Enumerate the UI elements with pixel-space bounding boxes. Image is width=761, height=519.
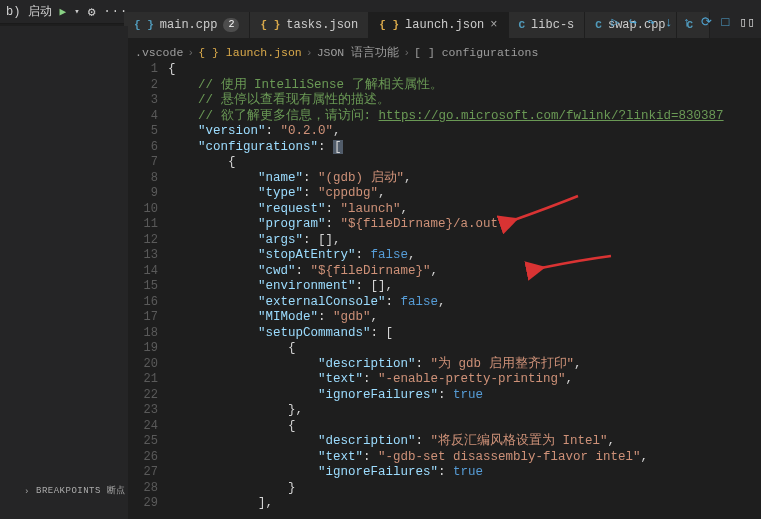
c-file-icon: C — [595, 19, 602, 31]
code-line[interactable]: "setupCommands": [ — [168, 326, 724, 342]
line-number: 12 — [128, 233, 158, 249]
chevron-right-icon: › — [403, 46, 410, 59]
braces-icon: { } — [379, 19, 399, 31]
line-number: 1 — [128, 62, 158, 78]
code-line[interactable]: "MIMode": "gdb", — [168, 310, 724, 326]
split-icon[interactable]: ▯▯ — [739, 14, 755, 30]
chevron-right-icon: › — [187, 46, 194, 59]
line-number: 5 — [128, 124, 158, 140]
code-line[interactable]: { — [168, 155, 724, 171]
c-file-icon: C — [519, 19, 526, 31]
code-content[interactable]: { // 使用 IntelliSense 了解相关属性。 // 悬停以查看现有属… — [168, 60, 724, 519]
code-line[interactable]: "description": "将反汇编风格设置为 Intel", — [168, 434, 724, 450]
chevron-right-icon[interactable]: › — [24, 487, 29, 497]
code-line[interactable]: "environment": [], — [168, 279, 724, 295]
code-line[interactable]: "request": "launch", — [168, 202, 724, 218]
line-number: 13 — [128, 248, 158, 264]
code-line[interactable]: "configurations": [ — [168, 140, 724, 156]
code-line[interactable]: "externalConsole": false, — [168, 295, 724, 311]
code-line[interactable]: "cwd": "${fileDirname}", — [168, 264, 724, 280]
upload-icon[interactable]: ↑ — [683, 15, 691, 30]
code-line[interactable]: "program": "${fileDirname}/a.out", — [168, 217, 724, 233]
breakpoints-section[interactable]: BREAKPOINTS 断点 — [36, 484, 126, 497]
line-gutter: 1234567891011121314151617181920212223242… — [128, 60, 168, 519]
line-number: 22 — [128, 388, 158, 404]
code-line[interactable]: // 欲了解更多信息，请访问: https://go.microsoft.com… — [168, 109, 724, 125]
line-number: 25 — [128, 434, 158, 450]
code-line[interactable]: "version": "0.2.0", — [168, 124, 724, 140]
code-line[interactable]: "text": "-enable-pretty-printing", — [168, 372, 724, 388]
line-number: 11 — [128, 217, 158, 233]
tab-libc-s[interactable]: Clibc-s — [509, 12, 586, 38]
line-number: 15 — [128, 279, 158, 295]
tab-label: main.cpp — [160, 18, 218, 32]
tab-badge: 2 — [223, 18, 239, 32]
breadcrumb-part[interactable]: .vscode — [135, 46, 183, 59]
line-number: 23 — [128, 403, 158, 419]
breadcrumb-part[interactable]: [ ] configurations — [414, 46, 538, 59]
line-number: 18 — [128, 326, 158, 342]
line-number: 26 — [128, 450, 158, 466]
code-line[interactable]: "args": [], — [168, 233, 724, 249]
restart-icon[interactable]: ⟳ — [701, 14, 712, 30]
tab-launch.json[interactable]: { }launch.json× — [369, 12, 508, 38]
code-line[interactable]: "name": "(gdb) 启动", — [168, 171, 724, 187]
code-line[interactable]: } — [168, 481, 724, 497]
tab-label: tasks.json — [286, 18, 358, 32]
line-number: 16 — [128, 295, 158, 311]
download-icon[interactable]: ↓ — [665, 15, 673, 30]
code-line[interactable]: { — [168, 341, 724, 357]
close-icon[interactable]: × — [490, 18, 497, 32]
breadcrumb-part[interactable]: { } launch.json — [198, 46, 302, 59]
arrow-right-icon[interactable]: ↪ — [629, 14, 637, 30]
breadcrumb-part[interactable]: JSON 语言功能 — [317, 45, 400, 60]
breadcrumb[interactable]: .vscode › { } launch.json › JSON 语言功能 › … — [131, 42, 538, 62]
code-line[interactable]: ], — [168, 496, 724, 512]
chevron-right-icon: › — [306, 46, 313, 59]
line-number: 24 — [128, 419, 158, 435]
line-number: 7 — [128, 155, 158, 171]
side-panel: › BREAKPOINTS 断点 — [0, 26, 128, 519]
line-number: 10 — [128, 202, 158, 218]
line-number: 4 — [128, 109, 158, 125]
line-number: 3 — [128, 93, 158, 109]
code-line[interactable]: "stopAtEntry": false, — [168, 248, 724, 264]
tab-tasks.json[interactable]: { }tasks.json — [250, 12, 369, 38]
run-icon[interactable]: ▷ — [611, 14, 619, 30]
line-number: 14 — [128, 264, 158, 280]
code-line[interactable]: // 使用 IntelliSense 了解相关属性。 — [168, 78, 724, 94]
line-number: 17 — [128, 310, 158, 326]
code-line[interactable]: { — [168, 419, 724, 435]
run-label: b) 启动 — [6, 3, 52, 20]
editor-actions: ▷ ↪ ↷ ↓ ↑ ⟳ □ ▯▯ — [611, 14, 755, 30]
chevron-down-icon[interactable]: ▾ — [74, 6, 79, 17]
play-icon[interactable]: ▶ — [60, 5, 67, 18]
braces-icon: { } — [134, 19, 154, 31]
tab-label: libc-s — [531, 18, 574, 32]
braces-icon: { } — [260, 19, 280, 31]
gear-icon[interactable]: ⚙ — [88, 4, 96, 20]
line-number: 20 — [128, 357, 158, 373]
code-line[interactable]: "ignoreFailures": true — [168, 388, 724, 404]
code-line[interactable]: "ignoreFailures": true — [168, 465, 724, 481]
code-line[interactable]: "description": "为 gdb 启用整齐打印", — [168, 357, 724, 373]
line-number: 9 — [128, 186, 158, 202]
line-number: 2 — [128, 78, 158, 94]
line-number: 27 — [128, 465, 158, 481]
line-number: 21 — [128, 372, 158, 388]
code-line[interactable]: { — [168, 62, 724, 78]
tab-label: launch.json — [405, 18, 484, 32]
line-number: 19 — [128, 341, 158, 357]
code-line[interactable]: "type": "cppdbg", — [168, 186, 724, 202]
line-number: 29 — [128, 496, 158, 512]
line-number: 8 — [128, 171, 158, 187]
code-line[interactable]: "text": "-gdb-set disassembly-flavor int… — [168, 450, 724, 466]
line-number: 28 — [128, 481, 158, 497]
line-number: 6 — [128, 140, 158, 156]
code-line[interactable]: }, — [168, 403, 724, 419]
code-line[interactable]: // 悬停以查看现有属性的描述。 — [168, 93, 724, 109]
tab-main.cpp[interactable]: { }main.cpp2 — [124, 12, 250, 38]
stop-icon[interactable]: □ — [722, 15, 730, 30]
step-over-icon[interactable]: ↷ — [647, 14, 655, 30]
code-editor[interactable]: 1234567891011121314151617181920212223242… — [128, 60, 761, 519]
